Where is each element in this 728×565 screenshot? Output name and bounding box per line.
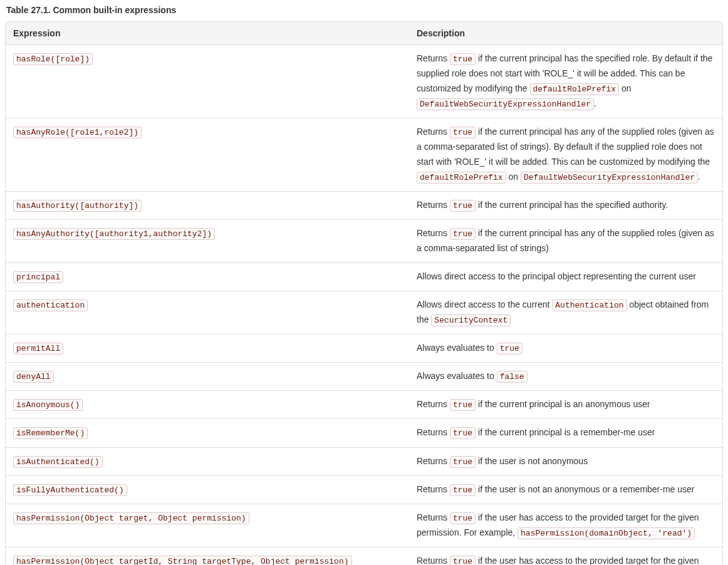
cell-expression: principal [6, 262, 409, 291]
description-text: . [698, 172, 700, 182]
description-text: Allows direct access to the principal ob… [417, 271, 696, 281]
cell-description: Returns true if the current principal ha… [409, 45, 722, 118]
cell-expression: hasPermission(Object targetId, String ta… [6, 547, 409, 565]
table-row: hasAuthority([authority])Returns true if… [6, 191, 722, 219]
inline-code: DefaultWebSecurityExpressionHandler [417, 98, 594, 110]
cell-description: Returns true if the current principal is… [409, 418, 722, 447]
expression-code: hasAnyAuthority([authority1,authority2]) [13, 228, 215, 240]
description-text: Returns [417, 399, 450, 409]
description-text: Returns [417, 484, 450, 494]
table-row: hasAnyAuthority([authority1,authority2])… [6, 219, 722, 262]
table-row: hasPermission(Object targetId, String ta… [6, 547, 722, 565]
cell-description: Returns true if the current principal ha… [409, 219, 722, 262]
expression-code: principal [13, 271, 63, 283]
cell-description: Always evaluates to false [409, 362, 722, 390]
description-text: on [619, 83, 631, 93]
description-text: Returns [417, 456, 450, 466]
expressions-table: Expression Description hasRole([role])Re… [5, 21, 723, 565]
description-text: if the current principal is an anonymous… [476, 399, 650, 409]
cell-description: Returns true if the user is not an anony… [409, 475, 722, 504]
column-header-expression: Expression [6, 22, 409, 45]
table-row: isAuthenticated()Returns true if the use… [6, 447, 722, 475]
description-text: Allows direct access to the current [417, 299, 552, 309]
description-text: if the current principal is a remember-m… [476, 427, 655, 437]
inline-code: true [450, 456, 476, 468]
cell-description: Returns true if the user has access to t… [409, 504, 722, 547]
expression-code: isRememberMe() [13, 427, 88, 439]
inline-code: defaultRolePrefix [530, 83, 620, 95]
description-text: on [506, 172, 521, 182]
description-text: Returns [417, 200, 450, 210]
description-text: Returns [417, 228, 450, 238]
table-row: principalAllows direct access to the pri… [6, 262, 722, 291]
cell-expression: authentication [6, 291, 409, 334]
table-row: hasRole([role])Returns true if the curre… [6, 45, 722, 118]
cell-description: Allows direct access to the current Auth… [409, 291, 722, 334]
cell-expression: hasAuthority([authority]) [6, 191, 409, 219]
description-text: . [594, 98, 596, 108]
cell-expression: hasRole([role]) [6, 45, 409, 118]
table-row: hasPermission(Object target, Object perm… [6, 504, 722, 547]
table-row: hasAnyRole([role1,role2])Returns true if… [6, 118, 722, 191]
expression-code: isAuthenticated() [13, 456, 103, 468]
inline-code: true [450, 556, 476, 565]
column-header-description: Description [409, 22, 722, 45]
expression-code: hasRole([role]) [13, 53, 93, 65]
description-text: Returns [417, 427, 450, 437]
description-text: if the current principal has the specifi… [476, 200, 668, 210]
cell-expression: denyAll [6, 362, 409, 390]
inline-code: true [450, 399, 476, 411]
table-header-row: Expression Description [6, 22, 722, 45]
inline-code: Authentication [552, 299, 627, 311]
inline-code: DefaultWebSecurityExpressionHandler [521, 172, 698, 184]
inline-code: false [497, 371, 528, 383]
description-text: Returns [417, 512, 450, 522]
cell-description: Returns true if the current principal ha… [409, 118, 722, 191]
description-text: Returns [417, 556, 450, 565]
expression-code: hasPermission(Object targetId, String ta… [13, 556, 352, 565]
cell-expression: isFullyAuthenticated() [6, 475, 409, 504]
cell-description: Allows direct access to the principal ob… [409, 262, 722, 291]
description-text: if the user is not an anonymous or a rem… [476, 484, 694, 494]
inline-code: true [450, 427, 476, 439]
inline-code: true [450, 127, 476, 138]
expression-code: hasAnyRole([role1,role2]) [13, 127, 142, 138]
cell-expression: hasAnyRole([role1,role2]) [6, 118, 409, 191]
table-row: denyAllAlways evaluates to false [6, 362, 722, 390]
description-text: Always evaluates to [417, 371, 497, 381]
table-row: authenticationAllows direct access to th… [6, 291, 722, 334]
cell-description: Always evaluates to true [409, 334, 722, 362]
inline-code: true [450, 200, 476, 212]
inline-code: SecurityContext [431, 314, 511, 326]
expression-code: denyAll [13, 371, 54, 383]
cell-description: Returns true if the current principal ha… [409, 191, 722, 219]
table-row: isRememberMe()Returns true if the curren… [6, 418, 722, 447]
description-text: Always evaluates to [417, 343, 497, 353]
inline-code: true [450, 53, 476, 65]
cell-expression: isAnonymous() [6, 390, 409, 418]
inline-code: true [497, 343, 523, 355]
table-row: permitAllAlways evaluates to true [6, 334, 722, 362]
description-text: Returns [417, 127, 450, 137]
inline-code: defaultRolePrefix [417, 172, 506, 184]
cell-description: Returns true if the user is not anonymou… [409, 447, 722, 475]
expression-code: permitAll [13, 343, 63, 355]
cell-expression: hasPermission(Object target, Object perm… [6, 504, 409, 547]
description-text: if the user is not anonymous [476, 456, 588, 466]
expression-code: isAnonymous() [13, 399, 83, 411]
cell-expression: permitAll [6, 334, 409, 362]
expression-code: hasPermission(Object target, Object perm… [13, 512, 249, 524]
table-row: isAnonymous()Returns true if the current… [6, 390, 722, 418]
inline-code: true [450, 228, 476, 240]
cell-expression: isAuthenticated() [6, 447, 409, 475]
cell-description: Returns true if the current principal is… [409, 390, 722, 418]
cell-description: Returns true if the user has access to t… [409, 547, 722, 565]
expression-code: authentication [13, 299, 88, 311]
expression-code: isFullyAuthenticated() [13, 484, 127, 496]
inline-code: true [450, 512, 476, 524]
cell-expression: isRememberMe() [6, 418, 409, 447]
cell-expression: hasAnyAuthority([authority1,authority2]) [6, 219, 409, 262]
table-caption: Table 27.1. Common built-in expressions [6, 5, 723, 15]
inline-code: true [450, 484, 476, 496]
table-row: isFullyAuthenticated()Returns true if th… [6, 475, 722, 504]
